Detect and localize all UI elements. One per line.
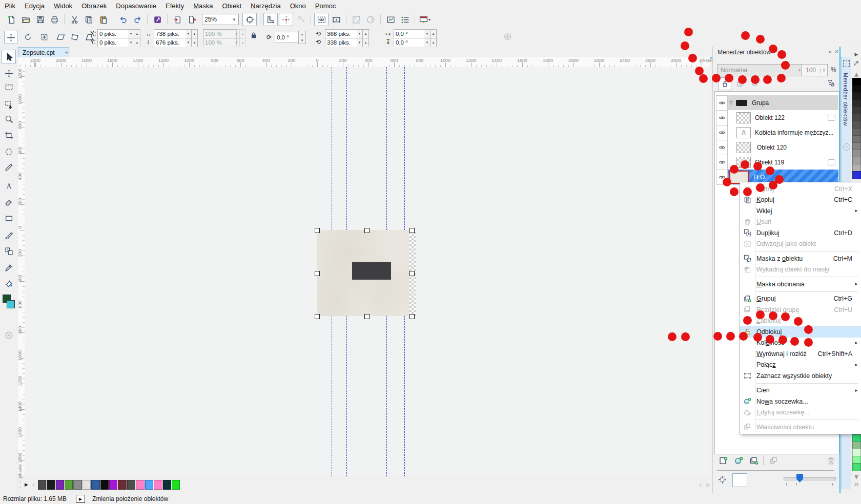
color-swatch[interactable] xyxy=(83,480,91,490)
eraser-tool[interactable] xyxy=(3,196,15,208)
fit-page-button[interactable] xyxy=(242,13,257,26)
collapse-triangle-icon[interactable]: ▽ xyxy=(729,100,733,106)
visibility-eye[interactable] xyxy=(716,95,728,111)
color-swatch[interactable] xyxy=(100,480,109,490)
export-button[interactable] xyxy=(185,13,198,26)
rotate-mode-button[interactable] xyxy=(22,31,34,43)
new-lens-button[interactable] xyxy=(732,455,745,466)
delete-object-button[interactable] xyxy=(825,455,837,466)
redo-button[interactable] xyxy=(131,13,144,26)
skew-v-spinner[interactable]: ▼▲ xyxy=(424,38,437,46)
import-button[interactable] xyxy=(171,13,184,26)
wand-button[interactable] xyxy=(294,13,308,26)
skew-h-field[interactable]: 0,0 ° xyxy=(394,29,427,38)
context-menu-item[interactable]: GrupujCtrl+G xyxy=(740,293,861,305)
color-swatch[interactable] xyxy=(852,463,861,471)
save-button[interactable] xyxy=(33,13,47,26)
new-doc-button[interactable] xyxy=(5,13,18,26)
move-tool[interactable] xyxy=(3,67,15,79)
selection-handle[interactable] xyxy=(364,314,370,319)
selection-handle[interactable] xyxy=(409,314,415,319)
palette-flyout-icon[interactable]: ▶ xyxy=(25,482,28,487)
center-y-spinner[interactable]: ▼▲ xyxy=(357,38,369,46)
menubar-item[interactable]: Plik xyxy=(0,1,20,11)
text-tool[interactable]: A xyxy=(3,179,15,192)
context-menu-item[interactable]: Wklej► xyxy=(740,205,861,217)
cut-button[interactable] xyxy=(68,13,81,26)
new-object-button[interactable] xyxy=(717,455,729,466)
new-tab-button[interactable]: + xyxy=(65,49,69,56)
vertical-ruler[interactable]: 1200100080060040020002004006008001000120… xyxy=(17,67,25,476)
color-swatch[interactable] xyxy=(73,480,81,490)
menubar-item[interactable]: Edycja xyxy=(20,1,49,11)
canvas[interactable] xyxy=(25,67,710,476)
selection-handle[interactable] xyxy=(409,271,415,276)
selection-handle[interactable] xyxy=(315,271,320,276)
skew-h-spinner[interactable]: ▼▲ xyxy=(424,29,437,37)
perspective-mode-button[interactable] xyxy=(83,31,95,43)
context-menu-item[interactable]: DuplikujCtrl+D xyxy=(740,227,861,239)
center-y-field[interactable]: 338 piks. xyxy=(325,38,360,47)
aspect-lock-icon[interactable] xyxy=(250,32,257,39)
rotation-field[interactable]: 0,0 ° xyxy=(275,32,301,43)
visibility-eye[interactable] xyxy=(716,155,728,170)
selection-handle[interactable] xyxy=(315,314,320,319)
rulers-button[interactable] xyxy=(263,13,278,26)
color-swatch[interactable] xyxy=(163,480,171,490)
visibility-eye[interactable] xyxy=(716,125,728,140)
context-menu-item[interactable]: Cień► xyxy=(740,385,861,396)
context-menu-item[interactable]: Maska obcinania► xyxy=(740,279,861,290)
move-button[interactable] xyxy=(4,31,17,44)
menubar-item[interactable]: Efekty xyxy=(161,1,189,11)
docker-add-icon[interactable]: + xyxy=(843,143,850,151)
x-spinner[interactable]: ▼▲ xyxy=(128,29,140,37)
context-menu-item[interactable]: Połącz► xyxy=(740,360,861,371)
palette-scroll-left-icon[interactable]: ‹ xyxy=(32,480,35,489)
palette-scroll-right-icon[interactable]: › xyxy=(699,480,702,489)
image-adjust-button[interactable] xyxy=(384,13,397,26)
color-swatch[interactable] xyxy=(65,480,73,490)
position-mode-button[interactable] xyxy=(38,31,50,43)
docker-close-icon[interactable]: × xyxy=(835,48,838,55)
menubar-item[interactable]: Widok xyxy=(49,1,77,11)
distort-mode-button[interactable] xyxy=(69,31,81,43)
color-swatch[interactable] xyxy=(172,480,180,490)
checker-a-button[interactable] xyxy=(350,13,363,26)
scale-y-field[interactable]: 100 % xyxy=(203,38,237,47)
app-launcher-button[interactable] xyxy=(151,13,164,26)
brush-tool[interactable] xyxy=(3,228,15,241)
snap-button[interactable] xyxy=(279,13,293,26)
undo-button[interactable] xyxy=(116,13,130,26)
context-menu-item[interactable]: Nowa soczewka... xyxy=(740,396,861,407)
status-expand-button[interactable]: ▶ xyxy=(76,495,85,503)
crop-tool[interactable] xyxy=(3,129,15,141)
lens-lock-icon[interactable] xyxy=(825,77,836,89)
context-menu-item[interactable]: Maska z obiektuCtrl+M xyxy=(740,253,861,264)
center-x-spinner[interactable]: ▼▲ xyxy=(357,29,369,37)
document-tab[interactable]: Zepsute.cpt xyxy=(18,47,69,57)
skew-mode-button[interactable] xyxy=(54,31,67,43)
visibility-eye[interactable] xyxy=(716,110,728,125)
scale-x-spinner[interactable]: ▼▲ xyxy=(234,29,246,37)
quick-customize-button[interactable] xyxy=(3,329,15,341)
mask-overlay-button[interactable] xyxy=(330,13,343,26)
skew-v-field[interactable]: 0,0 ° xyxy=(394,38,427,47)
clone-tool[interactable] xyxy=(3,245,15,257)
new-group-button[interactable] xyxy=(748,455,760,466)
horizontal-ruler[interactable]: 2200200018001600140012001000800600400200… xyxy=(17,57,710,68)
color-swatch[interactable] xyxy=(38,480,46,490)
expand-thumbnails-button[interactable] xyxy=(716,474,728,485)
duplicate-object-button[interactable] xyxy=(767,455,780,466)
color-swatch[interactable] xyxy=(47,480,55,490)
palette-open-icon[interactable]: » xyxy=(706,480,710,489)
palette-flyout-icon[interactable]: ▶ xyxy=(851,52,861,57)
open-button[interactable] xyxy=(19,13,32,26)
rect-mask-tool[interactable] xyxy=(3,81,15,93)
slideshow-button[interactable]: ▾ xyxy=(418,13,432,26)
context-menu-item[interactable]: Wyrównaj i rozłóżCtrl+Shift+A xyxy=(740,348,861,360)
color-swatch[interactable] xyxy=(56,480,64,490)
center-x-field[interactable]: 368 piks. xyxy=(325,29,360,38)
checklist-button[interactable] xyxy=(398,13,412,26)
docker-flyout-icon[interactable]: » xyxy=(828,48,832,55)
rectangle-tool[interactable] xyxy=(3,212,15,224)
